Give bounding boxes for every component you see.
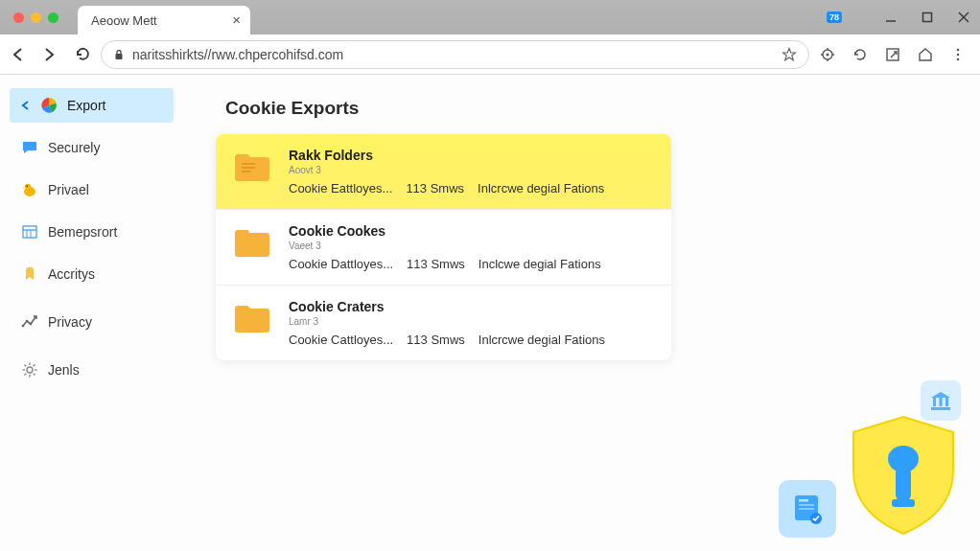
tag-icon [21, 265, 38, 283]
folder-icon [233, 225, 271, 260]
bank-badge-icon [921, 380, 961, 421]
svg-rect-46 [931, 407, 950, 410]
svg-rect-39 [799, 499, 808, 502]
svg-line-33 [34, 365, 35, 367]
sidebar-item-accritys[interactable]: Accritys [0, 257, 177, 291]
svg-point-22 [22, 325, 25, 328]
sidebar-item-label: Privacy [48, 314, 92, 330]
row-body: Cookie Craters Lamr 3 Cookie Cattloyes..… [289, 299, 654, 347]
menu-icon[interactable] [949, 46, 967, 63]
reload-button[interactable] [75, 46, 91, 62]
row-desc-3: Inclcwe degial Fations [478, 257, 601, 271]
url-text: naritsshirkts//rww.chpercohifsd.com [132, 47, 343, 62]
forward-button[interactable] [40, 46, 58, 63]
extensions-icon[interactable] [819, 46, 836, 63]
tab-title: Aeoow Mett [91, 13, 157, 28]
svg-point-24 [30, 323, 33, 326]
maximize-window-icon[interactable] [48, 12, 58, 23]
sidebar-item-label: Bemepsrort [48, 224, 117, 240]
address-bar[interactable]: naritsshirkts//rww.chpercohifsd.com [101, 40, 809, 69]
folder-icon [233, 149, 271, 184]
row-subtitle: Lamr 3 [289, 316, 654, 327]
row-desc-1: Cookie Dattloyes... [289, 257, 393, 271]
svg-line-32 [34, 374, 35, 376]
calendar-icon [21, 223, 38, 241]
export-pie-icon [40, 97, 58, 114]
sidebar: Export Securely Privael Bemepsrort Accri [0, 75, 177, 551]
restore-icon[interactable] [921, 11, 934, 24]
svg-line-31 [25, 365, 27, 367]
sidebar-item-privacy[interactable]: Privacy [0, 305, 177, 339]
screen-icon[interactable] [884, 46, 901, 63]
row-title: Rakk Folders [289, 148, 654, 163]
svg-line-34 [25, 374, 27, 376]
svg-rect-43 [933, 398, 936, 406]
shield-group [846, 413, 961, 538]
chart-icon [21, 313, 38, 331]
svg-rect-40 [799, 504, 814, 506]
svg-point-14 [957, 57, 960, 60]
gear-icon [21, 361, 38, 379]
svg-point-12 [957, 48, 960, 51]
row-title: Cookie Craters [289, 299, 654, 314]
svg-point-26 [27, 367, 33, 373]
minimize-icon[interactable] [884, 11, 898, 24]
browser-tab[interactable]: Aeoow Mett × [78, 6, 250, 34]
row-subtitle: Vaeet 3 [289, 241, 654, 251]
row-subtitle: Aoovt 3 [289, 165, 654, 175]
svg-rect-41 [799, 508, 814, 510]
list-item[interactable]: Cookie Cookes Vaeet 3 Cookie Dattloyes..… [216, 210, 671, 286]
shield-icon [846, 413, 961, 538]
svg-rect-36 [242, 167, 255, 169]
svg-point-48 [888, 446, 919, 472]
close-window-icon[interactable] [13, 12, 24, 23]
row-desc-3: Inlcrcwe degial Fations [478, 181, 604, 195]
close-icon[interactable] [957, 11, 970, 24]
list-item[interactable]: Rakk Folders Aoovt 3 Cookie Eattloyes...… [216, 134, 671, 210]
sidebar-item-export[interactable]: Export [10, 88, 174, 123]
svg-point-16 [25, 184, 31, 190]
toolbar-right-icons [819, 46, 970, 63]
sidebar-item-label: Jenls [48, 362, 80, 378]
svg-point-23 [26, 320, 29, 323]
svg-rect-45 [945, 398, 948, 406]
star-icon[interactable] [782, 47, 797, 62]
home-icon[interactable] [917, 46, 934, 63]
sidebar-item-securely[interactable]: Securely [0, 130, 177, 165]
row-desc-3: Inlcrcwe degial Fations [478, 333, 605, 347]
svg-rect-44 [940, 398, 943, 406]
privacy-duck-icon [21, 181, 38, 198]
svg-point-6 [827, 53, 829, 56]
row-description: Cookie Cattloyes... 113 Smws Inlcrcwe de… [289, 333, 654, 347]
sidebar-item-bemepsrort[interactable]: Bemepsrort [0, 215, 177, 249]
page-title: Cookie Exports [225, 98, 942, 119]
back-button[interactable] [10, 46, 27, 63]
row-title: Cookie Cookes [289, 223, 654, 239]
nav-arrows [10, 46, 91, 63]
sidebar-item-label: Accritys [48, 266, 95, 282]
notification-badge[interactable]: 78 [827, 11, 842, 23]
minimize-window-icon[interactable] [31, 12, 41, 23]
svg-rect-18 [23, 226, 36, 238]
row-description: Cookie Eattloyes... 113 Smws Inlcrcwe de… [289, 181, 654, 195]
sidebar-item-privael[interactable]: Privael [0, 172, 177, 207]
row-body: Cookie Cookes Vaeet 3 Cookie Dattloyes..… [289, 223, 654, 271]
row-desc-2: 113 Smws [407, 257, 465, 271]
chevron-left-icon [21, 101, 31, 110]
browser-toolbar: naritsshirkts//rww.chpercohifsd.com [0, 34, 980, 75]
lock-icon [113, 49, 125, 60]
folder-icon [233, 301, 271, 335]
sidebar-item-label: Export [67, 98, 105, 113]
sidebar-item-jenls[interactable]: Jenls [0, 353, 177, 387]
row-body: Rakk Folders Aoovt 3 Cookie Eattloyes...… [289, 148, 654, 195]
refresh-ext-icon[interactable] [852, 46, 869, 63]
row-desc-2: 113 Smws [407, 333, 465, 347]
row-desc-1: Cookie Eattloyes... [289, 181, 392, 195]
close-tab-icon[interactable]: × [232, 11, 241, 28]
svg-rect-35 [242, 163, 255, 165]
svg-rect-4 [116, 54, 123, 59]
list-item[interactable]: Cookie Craters Lamr 3 Cookie Cattloyes..… [216, 286, 671, 360]
content-area: Export Securely Privael Bemepsrort Accri [0, 75, 980, 551]
svg-point-17 [26, 186, 28, 188]
svg-rect-37 [242, 171, 251, 172]
